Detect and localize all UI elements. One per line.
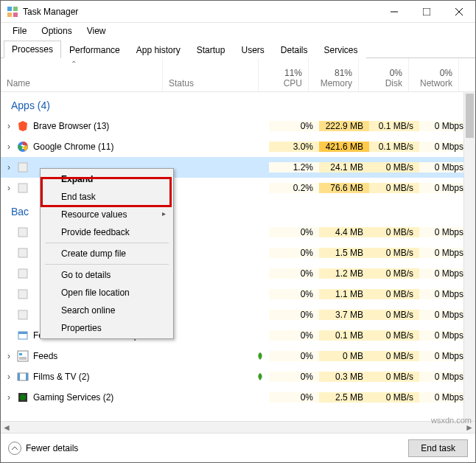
tab-performance[interactable]: Performance <box>61 41 128 58</box>
brave-icon <box>17 120 29 132</box>
tab-app-history[interactable]: App history <box>128 41 189 58</box>
column-disk[interactable]: 0% Disk <box>359 58 409 91</box>
svg-rect-19 <box>18 332 27 334</box>
svg-rect-0 <box>7 7 12 11</box>
process-name: Feeds <box>33 351 173 361</box>
context-open-file-location[interactable]: Open file location <box>42 284 172 302</box>
menu-separator <box>45 243 169 243</box>
expand-icon[interactable]: › <box>4 351 14 361</box>
column-memory[interactable]: 81% Memory <box>309 58 359 91</box>
tab-startup[interactable]: Startup <box>189 41 234 58</box>
process-net: 0 Mbps <box>419 392 469 403</box>
process-net: 0 Mbps <box>419 227 469 237</box>
chevron-up-icon <box>8 442 21 455</box>
menu-file[interactable]: File <box>5 24 34 38</box>
expand-icon[interactable]: › <box>4 162 14 173</box>
column-name[interactable]: ⌃ Name <box>1 58 163 91</box>
process-mem: 222.9 MB <box>319 121 369 131</box>
svg-rect-2 <box>7 13 12 17</box>
minimize-button[interactable] <box>378 1 410 23</box>
vertical-scrollbar[interactable] <box>463 92 475 421</box>
horizontal-scrollbar[interactable]: ◄ ► <box>1 421 475 433</box>
process-row[interactable]: ›Google Chrome (11)3.0%421.6 MB0.1 MB/s0… <box>1 136 475 157</box>
scrollbar-thumb[interactable] <box>466 94 474 138</box>
menu-separator <box>45 264 169 265</box>
context-provide-feedback[interactable]: Provide feedback <box>42 223 172 241</box>
process-disk: 0 MB/s <box>369 162 419 173</box>
end-task-button[interactable]: End task <box>408 439 468 457</box>
tab-details[interactable]: Details <box>273 41 316 58</box>
process-row[interactable]: ›Feeds0%0 MB0 MB/s0 Mbps <box>1 346 475 366</box>
column-network[interactable]: 0% Network <box>409 58 459 91</box>
fewer-details-button[interactable]: Fewer details <box>8 442 408 455</box>
process-disk: 0 MB/s <box>369 183 419 193</box>
process-net: 0 Mbps <box>419 121 469 131</box>
tab-bar: Processes Performance App history Startu… <box>1 39 475 58</box>
process-disk: 0 MB/s <box>369 330 419 341</box>
maximize-button[interactable] <box>410 1 443 23</box>
process-net: 0 Mbps <box>419 330 469 341</box>
process-net: 0 Mbps <box>419 248 469 258</box>
process-mem: 3.7 MB <box>319 310 369 320</box>
process-mem: 0 MB <box>319 351 369 361</box>
process-name: Google Chrome (11) <box>33 142 173 152</box>
svg-rect-1 <box>13 7 18 11</box>
context-menu: Expand End task Resource values ▸ Provid… <box>40 168 174 339</box>
process-disk: 0 MB/s <box>369 310 419 320</box>
chrome-icon <box>17 141 29 153</box>
scrollbar-track[interactable] <box>13 422 463 433</box>
app-icon <box>7 6 18 18</box>
sort-indicator-icon: ⌃ <box>71 60 77 68</box>
process-row[interactable]: ›Gaming Services (2)0%2.5 MB0 MB/s0 Mbps <box>1 387 475 408</box>
process-net: 0 Mbps <box>419 310 469 320</box>
expand-icon[interactable]: › <box>4 121 14 131</box>
installer-icon <box>17 330 29 341</box>
tab-users[interactable]: Users <box>233 41 272 58</box>
column-status[interactable]: Status <box>163 58 259 91</box>
svg-rect-15 <box>18 269 27 278</box>
process-disk: 0 MB/s <box>369 392 419 403</box>
process-mem: 1.1 MB <box>319 289 369 299</box>
context-go-to-details[interactable]: Go to details <box>42 266 172 284</box>
menu-options[interactable]: Options <box>34 24 79 38</box>
svg-marker-8 <box>18 121 27 131</box>
context-expand[interactable]: Expand <box>42 170 172 188</box>
expand-icon[interactable]: › <box>4 183 14 193</box>
process-disk: 0 MB/s <box>369 351 419 361</box>
process-name: Films & TV (2) <box>33 372 173 382</box>
process-name: Gaming Services (2) <box>33 392 173 403</box>
tab-processes[interactable]: Processes <box>4 41 61 58</box>
column-headers: ⌃ Name Status 11% CPU 81% Memory 0% Disk… <box>1 58 475 92</box>
generic-icon <box>17 161 29 173</box>
process-cpu: 0% <box>269 289 319 299</box>
svg-rect-5 <box>423 8 430 15</box>
column-cpu[interactable]: 11% CPU <box>259 58 309 91</box>
tab-services[interactable]: Services <box>316 41 366 58</box>
scroll-left-icon[interactable]: ◄ <box>1 422 13 433</box>
generic-icon <box>17 226 29 238</box>
process-row[interactable]: ›Brave Browser (13)0%222.9 MB0.1 MB/s0 M… <box>1 116 475 136</box>
context-search-online[interactable]: Search online <box>42 302 172 319</box>
films-icon <box>17 371 29 383</box>
close-button[interactable] <box>443 1 475 23</box>
svg-point-28 <box>20 394 26 400</box>
context-resource-values[interactable]: Resource values ▸ <box>42 206 172 223</box>
process-name: Brave Browser (13) <box>33 121 173 131</box>
generic-icon <box>17 247 29 259</box>
expand-icon[interactable]: › <box>4 372 14 382</box>
process-mem: 2.5 MB <box>319 392 369 403</box>
context-end-task[interactable]: End task <box>42 188 172 206</box>
context-properties[interactable]: Properties <box>42 319 172 337</box>
process-cpu: 0% <box>269 310 319 320</box>
expand-icon[interactable]: › <box>4 142 14 152</box>
menu-view[interactable]: View <box>80 24 113 38</box>
process-row[interactable]: ›Films & TV (2)0%0.3 MB0 MB/s0 Mbps <box>1 366 475 387</box>
generic-icon <box>17 288 29 300</box>
process-disk: 0 MB/s <box>369 227 419 237</box>
generic-icon <box>17 268 29 279</box>
gaming-icon <box>17 391 29 403</box>
process-mem: 24.1 MB <box>319 162 369 173</box>
context-create-dump[interactable]: Create dump file <box>42 245 172 262</box>
menu-bar: File Options View <box>1 23 475 39</box>
expand-icon[interactable]: › <box>4 392 14 403</box>
